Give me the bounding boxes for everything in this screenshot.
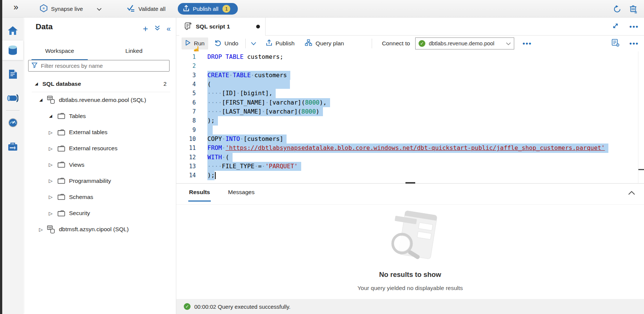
code-line[interactable]: 9 (176, 126, 644, 135)
tree-row-folder[interactable]: ▷External tables (23, 124, 176, 141)
editor-more-actions-icon[interactable]: ••• (629, 40, 639, 48)
run-button[interactable]: Run ☝ (182, 37, 208, 49)
tab-results[interactable]: Results (189, 189, 210, 196)
tree-collapse-icon[interactable]: ◢ (48, 114, 53, 118)
code-line[interactable]: 6····[FIRST_NAME]·[varchar](8000), (176, 98, 644, 107)
toolbar-more-icon[interactable]: ••• (522, 40, 532, 48)
expand-menu-icon[interactable]: » (14, 2, 18, 12)
expand-editor-icon[interactable] (612, 22, 619, 31)
discard-all-icon[interactable] (629, 4, 638, 13)
rail-divider (6, 110, 20, 111)
tab-messages[interactable]: Messages (228, 189, 255, 196)
tree-node-label: dbtlabs.revenue.demo.pool (SQL) (59, 97, 146, 103)
code-line[interactable]: 8); (176, 116, 644, 125)
tree-expand-icon[interactable]: ▷ (48, 211, 53, 216)
nav-manage-icon[interactable] (2, 137, 23, 156)
selection-highlight: ····[ID]·[bigint], (207, 89, 272, 98)
tree-expand-icon[interactable]: ▷ (48, 130, 53, 135)
tree-node-label: Tables (69, 113, 86, 120)
add-resource-icon[interactable]: + (143, 25, 148, 33)
tree-collapse-icon[interactable]: ◢ (34, 81, 39, 86)
tree-row-folder[interactable]: ▷Programmability (23, 173, 176, 189)
tree-expand-icon[interactable]: ▷ (48, 162, 53, 167)
no-results-illustration (378, 209, 444, 272)
nav-develop-icon[interactable] (2, 64, 23, 84)
tree-row-folder[interactable]: ▷Views (23, 157, 176, 173)
folder-icon (57, 178, 65, 184)
script-properties-icon[interactable] (611, 39, 620, 48)
tree-row-pool[interactable]: ◢dbtlabs.revenue.demo.pool (SQL) (23, 92, 176, 108)
tree-row-folder[interactable]: ▷External resources (23, 141, 176, 157)
code-line[interactable]: 10COPY·INTO·[customers] (176, 135, 644, 144)
query-plan-button[interactable]: Query plan (301, 37, 348, 50)
top-command-bar: » Synapse live Validate all Publish all … (2, 0, 644, 18)
selection-highlight: FROM·'https://dbtlabsynapsedatalake.blob… (207, 144, 605, 153)
tab-more-actions-icon[interactable]: ••• (629, 23, 639, 31)
undo-label: Undo (224, 40, 238, 47)
database-count: 2 (164, 81, 167, 87)
line-content: ····[ID]·[bigint], (207, 89, 276, 98)
tree-expand-icon[interactable]: ▷ (48, 194, 53, 200)
selection-highlight: COPY·INTO·[customers] (207, 135, 283, 144)
nav-data-icon[interactable] (2, 40, 23, 60)
status-message: 00:00:02 Query executed successfully. (194, 304, 291, 310)
selection-tail (272, 89, 276, 98)
refresh-icon[interactable] (612, 4, 621, 13)
navigation-rail (2, 18, 23, 314)
tree-expand-icon[interactable]: ▷ (48, 178, 53, 184)
filter-resources-box (28, 60, 170, 72)
code-line[interactable]: 11FROM·'https://dbtlabsynapsedatalake.bl… (176, 144, 644, 153)
tree-row-folder[interactable]: ▷Schemas (23, 189, 176, 205)
text-cursor (215, 172, 216, 179)
sql-pool-icon (47, 96, 56, 104)
tab-linked[interactable]: Linked (106, 45, 162, 59)
publish-all-button[interactable]: Publish all 1 (178, 3, 238, 15)
expand-all-icon[interactable] (155, 25, 160, 33)
code-line[interactable]: 2 (176, 61, 644, 70)
tree-row-pool[interactable]: ▷dbtmsft.azsyn.cipool (SQL) (23, 221, 176, 238)
connect-to-pool-dropdown[interactable]: ✓ dbtlabs.revenue.demo.pool (415, 37, 514, 49)
selection-tail (283, 135, 287, 144)
nav-monitor-icon[interactable] (2, 113, 23, 132)
folder-icon (57, 210, 65, 217)
code-line[interactable]: 14); (176, 171, 644, 180)
tree-collapse-icon[interactable]: ◢ (39, 97, 43, 102)
tree-row-sql-database[interactable]: ◢SQL database2 (23, 76, 176, 92)
tree-expand-icon[interactable]: ▷ (39, 227, 43, 232)
publish-all-label: Publish all (193, 6, 218, 12)
sql-script-tab[interactable]: SQL script 1 (179, 18, 266, 36)
code-line[interactable]: 4( (176, 80, 644, 89)
code-line[interactable]: 1DROP TABLE customers; (176, 52, 644, 61)
filter-icon (32, 62, 38, 70)
panel-title: Data (36, 22, 53, 31)
tree-expand-icon[interactable]: ▷ (48, 146, 53, 151)
folder-icon (57, 145, 65, 152)
validate-all-button[interactable]: Validate all (127, 4, 165, 13)
editor-scrollbar-thumb[interactable] (638, 169, 644, 170)
filter-resources-input[interactable] (41, 63, 166, 69)
git-mode-selector[interactable]: Synapse live (40, 4, 102, 13)
line-content: COPY·INTO·[customers] (207, 135, 287, 144)
tree-node-label: Views (69, 161, 84, 168)
sql-code-editor[interactable]: 1DROP TABLE customers;23CREATE·TABLE·cus… (176, 51, 644, 183)
tab-workspace[interactable]: Workspace (32, 45, 88, 59)
collapse-panel-icon[interactable]: « (167, 24, 171, 33)
code-line[interactable]: 7····[LAST_NAME]·[varchar](8000) (176, 107, 644, 116)
run-icon (185, 40, 191, 47)
validate-label: Validate all (138, 6, 165, 12)
tree-row-folder[interactable]: ◢Tables (23, 108, 176, 124)
code-line[interactable]: 13····FILE_TYPE·=·'PARQUET' (176, 162, 644, 171)
undo-button[interactable]: Undo (210, 37, 242, 50)
code-line[interactable]: 5····[ID]·[bigint], (176, 89, 644, 98)
collapse-results-icon[interactable] (628, 190, 635, 196)
tree-row-folder[interactable]: ▷Security (23, 205, 176, 221)
code-line[interactable]: 12WITH·( (176, 153, 644, 162)
undo-redo-chevron-icon[interactable] (249, 40, 258, 47)
code-line[interactable]: 3CREATE·TABLE·customers (176, 71, 644, 80)
nav-home-icon[interactable] (2, 21, 23, 40)
publish-icon (183, 5, 189, 13)
publish-button[interactable]: Publish (262, 37, 299, 50)
line-content (207, 126, 213, 135)
chevron-down-icon (97, 6, 102, 12)
nav-integrate-icon[interactable] (2, 88, 23, 108)
